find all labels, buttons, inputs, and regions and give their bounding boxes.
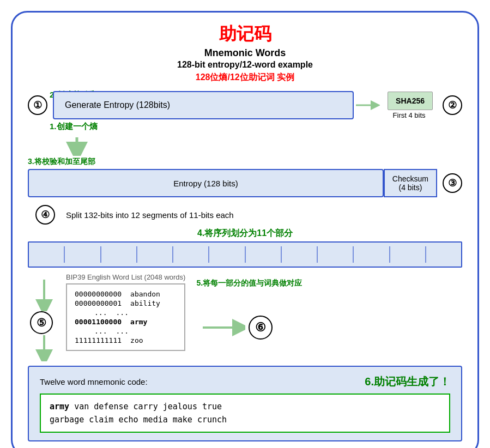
bip39-row-army: 00001100000army — [75, 318, 177, 326]
final-label: Twelve word mnemonic code: — [40, 377, 148, 386]
step6-circle: ⑥ — [249, 316, 273, 340]
bip39-row-last: 11111111111zoo — [75, 336, 177, 344]
right-arrow-icon — [202, 317, 245, 338]
step5-circle: ⑤ — [30, 311, 53, 334]
left-down-arrow-icon — [33, 279, 55, 311]
left-down-arrow2-icon — [33, 334, 55, 361]
arrow-right-icon — [355, 96, 380, 114]
final-section: Twelve word mnemonic code: 6.助记码生成了！ arm… — [28, 366, 462, 441]
bip39-row-1: 00000000001ability — [75, 299, 177, 307]
main-container: 助记码 Mnemonic Words 128-bit entropy/12-wo… — [11, 11, 479, 448]
step5-label: 5.将每一部分的值与词典做对应 — [196, 279, 305, 288]
title-cn2: 128位熵/12位助记词 实例 — [28, 72, 462, 83]
step1-label: 1.创建一个熵 — [50, 122, 462, 132]
step4-text: Split 132-bits into 12 segments of 11-bi… — [66, 210, 234, 220]
bip39-title: BIP39 English Word List (2048 words) — [66, 273, 185, 281]
title-en1: Mnemonic Words — [28, 47, 462, 59]
down-arrow-icon — [61, 136, 93, 156]
bip39-row-dots2: ...... — [75, 327, 177, 335]
checksum-box: Checksum (4 bits) — [384, 169, 437, 197]
entropy-box: Entropy (128 bits) — [28, 169, 384, 197]
mnemonic-box: army van defense carry jealous truegarba… — [40, 393, 450, 433]
step6-label: 6.助记码生成了！ — [365, 374, 450, 389]
bip39-wordlist: 00000000000abandon 00000000001ability ..… — [66, 283, 185, 351]
title-en2: 128-bit entropy/12-word example — [28, 60, 462, 70]
step2-circle: ② — [443, 95, 462, 115]
step4-row: ④ Split 132-bits into 12 segments of 11-… — [28, 205, 462, 225]
step4-sublabel: 4.将序列划分为11个部分 — [28, 228, 462, 239]
step1-box: Generate Entropy (128bits) — [53, 91, 354, 119]
bip39-row-0: 00000000000abandon — [75, 290, 177, 298]
title-cn: 助记码 — [28, 22, 462, 46]
bip39-row-dots1: ...... — [75, 308, 177, 317]
step1-circle: ① — [28, 95, 47, 115]
first-4-bits-label: First 4 bits — [393, 111, 426, 119]
step3-circle: ③ — [443, 173, 462, 193]
step4-circle: ④ — [35, 205, 55, 225]
mnemonic-rest: van defense carry jealous truegarbage cl… — [50, 402, 227, 425]
sha256-box: SHA256 — [388, 92, 433, 110]
step3-label: 3.将校验和加至尾部 — [28, 157, 462, 167]
mnemonic-first-word: army — [50, 402, 69, 411]
segments-bar — [28, 241, 462, 268]
